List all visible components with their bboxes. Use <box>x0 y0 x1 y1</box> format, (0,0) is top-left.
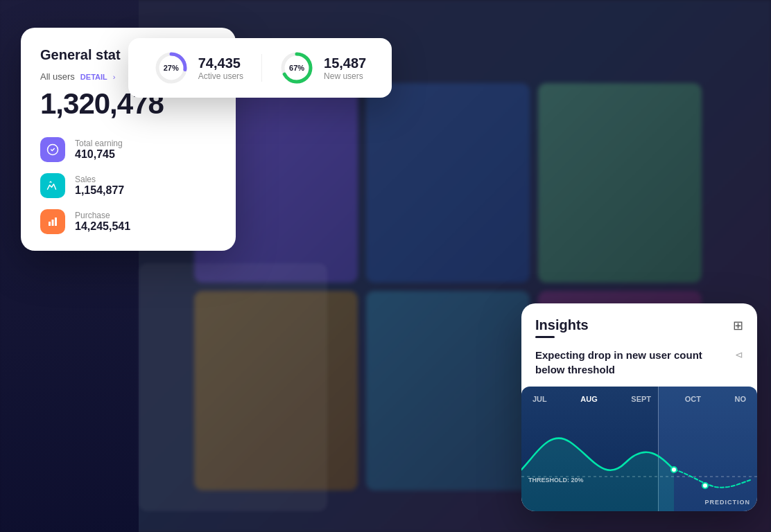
threshold-label: THRESHOLD: 20% <box>528 477 584 484</box>
prediction-label: PREDICTION <box>704 499 750 506</box>
new-users-metric: 67% 15,487 New users <box>279 51 366 85</box>
share-icon[interactable]: ⊲ <box>735 349 743 360</box>
new-users-percentage: 67% <box>289 64 304 72</box>
active-users-label: Active users <box>198 71 243 81</box>
new-users-count: 15,487 <box>324 55 366 71</box>
svg-point-9 <box>671 467 677 472</box>
total-earning-info: Total earning 410,745 <box>75 139 123 161</box>
total-earning-label: Total earning <box>75 139 123 148</box>
insights-message: Expecting drop in new user count below t… <box>535 348 743 377</box>
stats-items-list: Total earning 410,745 Sales 1,154,877 <box>40 137 216 234</box>
all-users-label: All users <box>40 71 75 82</box>
purchase-value: 14,245,541 <box>75 220 130 233</box>
purchase-label: Purchase <box>75 211 130 220</box>
svg-rect-6 <box>52 220 54 226</box>
sales-icon <box>40 173 65 198</box>
insights-chart: JUL AUG SEPT OCT NO THRESHOLD: 20% PREDI… <box>521 387 757 511</box>
svg-rect-7 <box>55 218 57 226</box>
new-users-donut: 67% <box>279 51 314 85</box>
sales-label: Sales <box>75 175 124 184</box>
active-users-count: 74,435 <box>198 55 243 71</box>
scene: 27% 74,435 Active users 67% 15,487 New u… <box>0 0 771 532</box>
active-users-metric: 27% 74,435 Active users <box>154 51 243 85</box>
purchase-info: Purchase 14,245,541 <box>75 211 130 233</box>
new-users-info: 15,487 New users <box>324 55 366 81</box>
detail-link[interactable]: DETAIL <box>80 73 107 81</box>
detail-arrow-icon: › <box>113 73 116 81</box>
active-users-percentage: 27% <box>164 64 179 72</box>
total-earning-item: Total earning 410,745 <box>40 137 216 162</box>
new-users-label: New users <box>324 71 366 81</box>
active-users-info: 74,435 Active users <box>198 55 243 81</box>
insights-header: Insights ⊞ <box>535 317 743 333</box>
active-users-donut: 27% <box>154 51 189 85</box>
insights-card: Insights ⊞ Expecting drop in new user co… <box>521 303 757 511</box>
insights-text: Expecting drop in new user count below t… <box>535 348 729 377</box>
settings-sliders-icon[interactable]: ⊞ <box>733 318 743 333</box>
metric-divider <box>261 54 262 82</box>
purchase-item: Purchase 14,245,541 <box>40 209 216 234</box>
chart-svg <box>521 387 757 511</box>
total-earning-icon <box>40 137 65 162</box>
sales-value: 1,154,877 <box>75 184 124 197</box>
total-earning-value: 410,745 <box>75 148 123 161</box>
users-metrics-card: 27% 74,435 Active users 67% 15,487 New u… <box>128 38 392 98</box>
sales-info: Sales 1,154,877 <box>75 175 124 197</box>
sales-item: Sales 1,154,877 <box>40 173 216 198</box>
svg-point-10 <box>702 483 708 488</box>
purchase-icon <box>40 209 65 234</box>
insights-divider <box>535 336 555 338</box>
insights-title: Insights <box>535 317 589 333</box>
svg-rect-5 <box>49 222 51 226</box>
